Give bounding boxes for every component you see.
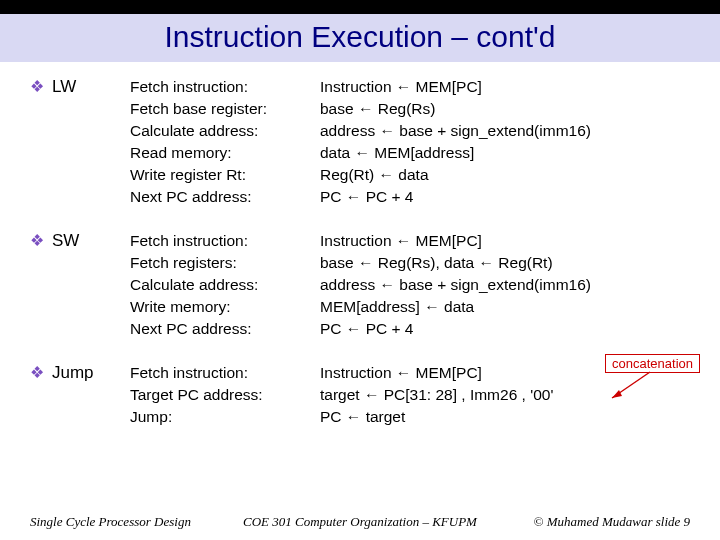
section-lw: ❖ LW Fetch instruction: Fetch base regis… bbox=[30, 76, 690, 208]
step: Fetch instruction: bbox=[130, 362, 320, 384]
instr-label: Jump bbox=[52, 362, 130, 428]
section-jump: ❖ Jump Fetch instruction: Target PC addr… bbox=[30, 362, 690, 428]
slide-content: ❖ LW Fetch instruction: Fetch base regis… bbox=[0, 62, 720, 428]
footer-right: © Muhamed Mudawar slide 9 bbox=[496, 514, 690, 530]
callout-concatenation: concatenation bbox=[605, 354, 700, 373]
rtl: base ← Reg(Rs) bbox=[320, 98, 690, 120]
step: Calculate address: bbox=[130, 120, 320, 142]
steps-col: Fetch instruction: Fetch registers: Calc… bbox=[130, 230, 320, 340]
title-bar: Instruction Execution – cont'd bbox=[0, 14, 720, 62]
steps-col: Fetch instruction: Target PC address: Ju… bbox=[130, 362, 320, 428]
slide-footer: Single Cycle Processor Design COE 301 Co… bbox=[0, 514, 720, 530]
rtl-col: Instruction ← MEM[PC] base ← Reg(Rs), da… bbox=[320, 230, 690, 340]
instr-label: LW bbox=[52, 76, 130, 208]
footer-center: COE 301 Computer Organization – KFUPM bbox=[224, 514, 496, 530]
steps-col: Fetch instruction: Fetch base register: … bbox=[130, 76, 320, 208]
step: Fetch registers: bbox=[130, 252, 320, 274]
bullet-icon: ❖ bbox=[30, 76, 52, 208]
rtl: address ← base + sign_extend(imm16) bbox=[320, 120, 690, 142]
step: Next PC address: bbox=[130, 186, 320, 208]
step: Write memory: bbox=[130, 296, 320, 318]
step: Fetch instruction: bbox=[130, 230, 320, 252]
section-sw: ❖ SW Fetch instruction: Fetch registers:… bbox=[30, 230, 690, 340]
bullet-icon: ❖ bbox=[30, 362, 52, 428]
rtl: MEM[address] ← data bbox=[320, 296, 690, 318]
rtl: PC ← PC + 4 bbox=[320, 318, 690, 340]
step: Read memory: bbox=[130, 142, 320, 164]
instr-label: SW bbox=[52, 230, 130, 340]
rtl-col: Instruction ← MEM[PC] base ← Reg(Rs) add… bbox=[320, 76, 690, 208]
footer-left: Single Cycle Processor Design bbox=[30, 514, 224, 530]
slide-title: Instruction Execution – cont'd bbox=[40, 20, 680, 54]
bullet-icon: ❖ bbox=[30, 230, 52, 340]
step: Next PC address: bbox=[130, 318, 320, 340]
step: Write register Rt: bbox=[130, 164, 320, 186]
rtl-col: Instruction ← MEM[PC] target ← PC[31: 28… bbox=[320, 362, 690, 428]
rtl: address ← base + sign_extend(imm16) bbox=[320, 274, 690, 296]
rtl: base ← Reg(Rs), data ← Reg(Rt) bbox=[320, 252, 690, 274]
rtl: data ← MEM[address] bbox=[320, 142, 690, 164]
step: Fetch instruction: bbox=[130, 76, 320, 98]
rtl: Instruction ← MEM[PC] bbox=[320, 230, 690, 252]
rtl: target ← PC[31: 28] , Imm26 , '00' bbox=[320, 384, 690, 406]
top-border bbox=[0, 0, 720, 14]
rtl: Instruction ← MEM[PC] bbox=[320, 76, 690, 98]
rtl: PC ← target bbox=[320, 406, 690, 428]
rtl: PC ← PC + 4 bbox=[320, 186, 690, 208]
step: Fetch base register: bbox=[130, 98, 320, 120]
step: Calculate address: bbox=[130, 274, 320, 296]
step: Jump: bbox=[130, 406, 320, 428]
step: Target PC address: bbox=[130, 384, 320, 406]
rtl: Reg(Rt) ← data bbox=[320, 164, 690, 186]
